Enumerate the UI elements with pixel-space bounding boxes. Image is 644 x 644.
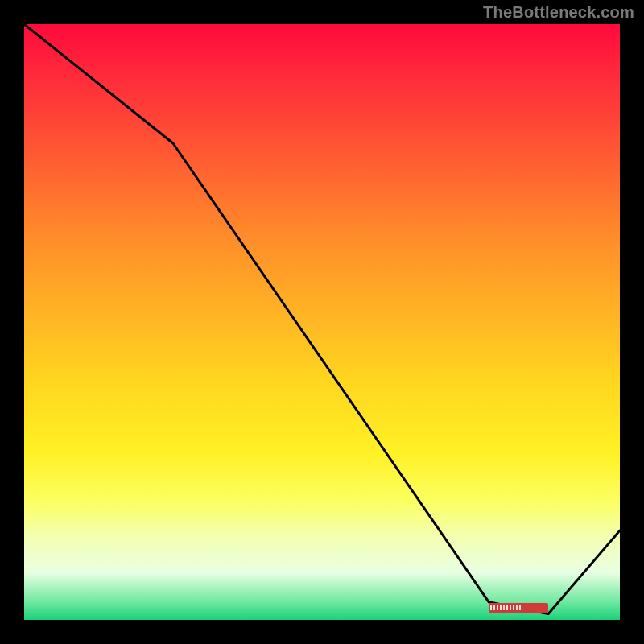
chart-frame: TheBottleneck.com: [0, 0, 644, 644]
plot-area: [24, 24, 620, 620]
line-series: [24, 24, 620, 620]
highlight-marker-dots: [489, 603, 551, 613]
watermark-text: TheBottleneck.com: [483, 3, 634, 22]
curve-path: [24, 24, 620, 614]
